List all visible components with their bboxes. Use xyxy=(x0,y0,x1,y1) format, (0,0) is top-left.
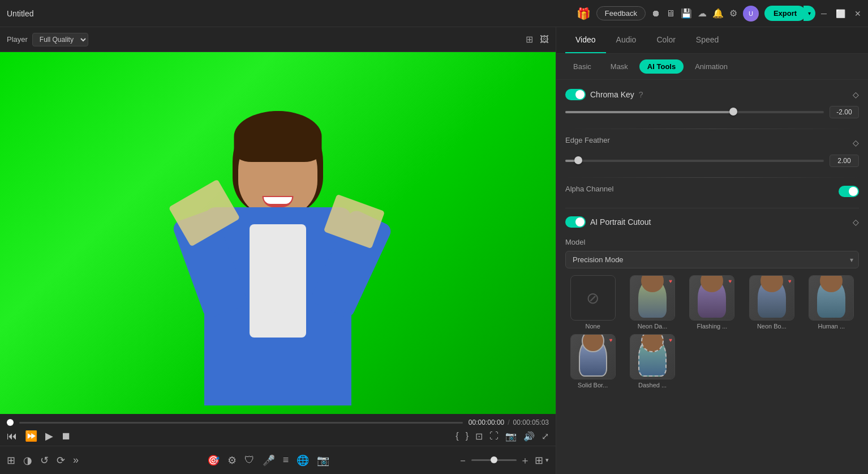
player-toolbar-left: Player Full Quality xyxy=(7,33,88,46)
screenshot-icon[interactable]: 📷 xyxy=(505,431,517,442)
bottom-tools-left: ⊞ ◑ ↺ ⟳ » xyxy=(7,454,79,467)
edge-feather-slider[interactable] xyxy=(565,160,824,162)
tab-speed[interactable]: Speed xyxy=(686,27,729,53)
caption-tool[interactable]: ⊞ xyxy=(7,454,15,467)
subtab-animation[interactable]: Animation xyxy=(687,59,736,74)
chroma-key-slider[interactable] xyxy=(565,111,824,113)
subtab-ai-tools[interactable]: AI Tools xyxy=(639,59,684,74)
record-icon[interactable]: ⏺ xyxy=(651,8,660,19)
neon-dash-preview xyxy=(630,276,674,320)
bottom-toolbar: ⊞ ◑ ↺ ⟳ » 🎯 ⚙ 🛡 🎤 ≡ 🌐 📷 － xyxy=(0,446,556,474)
effect-none[interactable]: ⊘ None xyxy=(565,275,620,330)
time-separator: / xyxy=(508,419,509,426)
right-panel: Video Audio Color Speed Basic Mask AI To… xyxy=(556,27,868,474)
grid-arrow: ▾ xyxy=(545,456,549,464)
tab-audio[interactable]: Audio xyxy=(606,27,647,53)
effect-dashed-thumb: ♥ xyxy=(630,334,675,379)
avatar[interactable]: U xyxy=(743,6,759,22)
bottom-tools-center: 🎯 ⚙ 🛡 🎤 ≡ 🌐 📷 xyxy=(207,454,330,467)
grid-icon[interactable]: ⚙ xyxy=(729,8,737,19)
subtab-basic[interactable]: Basic xyxy=(565,59,599,74)
portrait-diamond-icon[interactable]: ◇ xyxy=(853,217,859,227)
expand-icon[interactable]: ⤢ xyxy=(542,431,549,442)
effect-neon-dash[interactable]: ♥ Neon Da... xyxy=(625,275,680,330)
stop-button[interactable]: ⏹ xyxy=(61,430,71,442)
mark-out-icon[interactable]: } xyxy=(466,431,469,441)
zoom-slider[interactable] xyxy=(471,459,517,461)
more-tools[interactable]: » xyxy=(73,454,79,466)
monitor-icon[interactable]: 🖥 xyxy=(666,8,675,19)
alpha-channel-label: Alpha Channel xyxy=(565,185,613,193)
effects-grid-row1: ⊘ None ♥ Neon Da... xyxy=(565,275,859,330)
effect-human[interactable]: Human ... xyxy=(804,275,859,330)
playhead[interactable] xyxy=(7,419,14,426)
edge-feather-slider-thumb[interactable] xyxy=(574,156,582,164)
effect-solid-border[interactable]: ♥ Solid Bor... xyxy=(565,334,620,388)
divider-2 xyxy=(565,177,859,178)
portrait-cutout-toggle[interactable] xyxy=(565,216,586,228)
chroma-key-slider-thumb[interactable] xyxy=(729,108,737,116)
model-select[interactable]: Precision Mode Fast Mode Ultra Mode xyxy=(565,251,859,268)
camera-tool[interactable]: 📷 xyxy=(317,454,329,467)
settings-tool[interactable]: ⚙ xyxy=(227,454,237,467)
grid-view-icon[interactable]: ⊞ xyxy=(526,34,533,45)
bell-icon[interactable]: 🔔 xyxy=(712,8,724,19)
grid-icon: ⊞ xyxy=(535,454,543,467)
quality-select[interactable]: Full Quality xyxy=(32,33,88,46)
feedback-button[interactable]: Feedback xyxy=(596,6,646,20)
target-tool[interactable]: 🎯 xyxy=(207,454,220,467)
mark-in-icon[interactable]: { xyxy=(456,431,458,441)
chroma-key-help-icon[interactable]: ? xyxy=(639,90,643,99)
mic-tool[interactable]: 🎤 xyxy=(263,454,275,467)
window-controls: ─ ⬜ ✕ xyxy=(821,9,861,18)
volume-icon[interactable]: 🔊 xyxy=(523,431,535,442)
upload-icon[interactable]: ☁ xyxy=(698,8,707,19)
portrait-cutout-section: AI Portrait Cutout ◇ xyxy=(565,216,859,228)
heart-icon-4: ♥ xyxy=(609,337,613,343)
edge-feather-header: Edge Feather ◇ xyxy=(565,136,859,149)
globe-tool[interactable]: 🌐 xyxy=(297,454,309,467)
close-button[interactable]: ✕ xyxy=(854,9,861,18)
insert-icon[interactable]: ⊡ xyxy=(475,431,483,442)
effect-none-label: None xyxy=(586,323,600,330)
export-dropdown-button[interactable]: ▾ xyxy=(803,6,815,21)
export-button[interactable]: Export xyxy=(764,6,806,21)
controls-left: ⏮ ⏩ ▶ ⏹ xyxy=(7,430,71,442)
edge-feather-value[interactable]: 2.00 xyxy=(830,155,859,167)
alpha-channel-toggle[interactable] xyxy=(839,186,859,197)
zoom-out-button[interactable]: － xyxy=(458,454,468,467)
play-button[interactable]: ▶ xyxy=(45,430,53,442)
effect-flashing-thumb: ♥ xyxy=(689,275,734,321)
shield-tool[interactable]: 🛡 xyxy=(244,454,255,466)
grid-button[interactable]: ⊞ ▾ xyxy=(535,454,549,467)
motion-tool[interactable]: ◑ xyxy=(23,454,32,467)
gift-icon[interactable]: 🎁 xyxy=(577,7,591,20)
effect-neon-bout[interactable]: ♥ Neon Bo... xyxy=(744,275,799,330)
tab-color[interactable]: Color xyxy=(646,27,685,53)
effect-dashed[interactable]: ♥ Dashed ... xyxy=(625,334,680,388)
zoom-in-button[interactable]: ＋ xyxy=(520,454,530,467)
fullscreen-icon[interactable]: ⛶ xyxy=(489,431,499,441)
ai-tool[interactable]: ⟳ xyxy=(57,454,65,467)
minimize-button[interactable]: ─ xyxy=(821,9,827,18)
step-forward-button[interactable]: ⏩ xyxy=(25,430,37,442)
edge-feather-diamond-icon[interactable]: ◇ xyxy=(853,138,859,147)
effect-flashing[interactable]: ♥ Flashing ... xyxy=(685,275,740,330)
chroma-key-value[interactable]: -2.00 xyxy=(830,106,859,118)
chroma-key-toggle[interactable] xyxy=(565,89,586,100)
stack-tool[interactable]: ≡ xyxy=(283,454,289,466)
flashing-preview xyxy=(690,276,734,320)
subtab-mask[interactable]: Mask xyxy=(603,59,636,74)
translate-tool[interactable]: ↺ xyxy=(40,454,49,467)
maximize-button[interactable]: ⬜ xyxy=(836,9,845,18)
chroma-key-diamond-icon[interactable]: ◇ xyxy=(853,90,859,99)
separator-1 xyxy=(565,208,859,208)
controls-row: ⏮ ⏩ ▶ ⏹ { } ⊡ ⛶ 📷 🔊 ⤢ xyxy=(7,426,549,443)
effect-neon-dash-label: Neon Da... xyxy=(638,323,668,330)
tab-video[interactable]: Video xyxy=(565,27,606,53)
heart-icon-1: ♥ xyxy=(669,278,672,284)
prev-frame-button[interactable]: ⏮ xyxy=(7,430,17,442)
progress-track[interactable] xyxy=(19,422,463,424)
image-icon[interactable]: 🖼 xyxy=(540,35,549,45)
save-icon[interactable]: 💾 xyxy=(681,8,692,19)
